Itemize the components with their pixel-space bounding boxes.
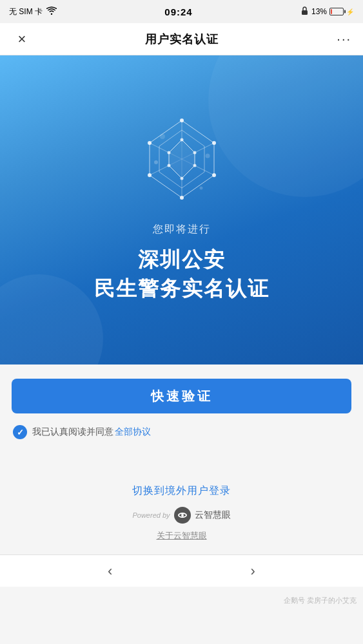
eye-icon bbox=[178, 513, 187, 518]
svg-rect-0 bbox=[302, 10, 308, 15]
battery-fill bbox=[331, 9, 332, 14]
status-time: 09:24 bbox=[164, 6, 192, 17]
bottom-section: 切换到境外用户登录 Powered by 云智慧眼 关于云智慧眼 bbox=[0, 452, 363, 554]
check-icon: ✓ bbox=[17, 428, 24, 437]
forward-button[interactable]: › bbox=[238, 558, 268, 585]
powered-row: Powered by 云智慧眼 bbox=[132, 507, 230, 524]
switch-user-link[interactable]: 切换到境外用户登录 bbox=[132, 484, 231, 498]
svg-point-15 bbox=[148, 141, 152, 145]
battery-icon bbox=[329, 8, 344, 15]
agreement-text: 我已认真阅读并同意 全部协议 bbox=[32, 426, 151, 438]
about-link[interactable]: 关于云智慧眼 bbox=[157, 530, 207, 542]
status-right: 13% ⚡ bbox=[300, 6, 354, 17]
svg-point-25 bbox=[154, 160, 158, 164]
content-area: 快速验证 ✓ 我已认真阅读并同意 全部协议 bbox=[0, 365, 363, 452]
brand-name-text: 云智慧眼 bbox=[195, 509, 231, 521]
brand-logo bbox=[174, 507, 191, 524]
status-left: 无 SIM 卡 bbox=[9, 6, 57, 17]
charging-icon: ⚡ bbox=[346, 8, 354, 15]
svg-point-28 bbox=[199, 186, 202, 189]
hero-subtitle: 您即将进行 bbox=[153, 223, 211, 236]
svg-point-12 bbox=[212, 173, 216, 177]
powered-by-text: Powered by bbox=[132, 511, 170, 519]
agreement-row: ✓ 我已认真阅读并同意 全部协议 bbox=[12, 425, 351, 439]
wifi-icon bbox=[46, 6, 57, 17]
diamond-icon bbox=[143, 117, 221, 204]
nav-bar: × 用户实名认证 ··· bbox=[0, 23, 363, 55]
bottom-nav: ‹ › bbox=[0, 554, 363, 587]
close-button[interactable]: × bbox=[12, 29, 32, 50]
verify-button[interactable]: 快速验证 bbox=[12, 379, 351, 413]
hero-title: 深圳公安 民生警务实名认证 bbox=[94, 245, 270, 303]
svg-point-13 bbox=[180, 196, 184, 200]
svg-point-10 bbox=[180, 118, 184, 122]
svg-point-26 bbox=[160, 134, 165, 139]
more-button[interactable]: ··· bbox=[331, 32, 351, 46]
back-button[interactable]: ‹ bbox=[95, 558, 125, 585]
battery-percent-text: 13% bbox=[311, 7, 327, 16]
agreement-link[interactable]: 全部协议 bbox=[115, 426, 151, 438]
lock-icon bbox=[300, 6, 309, 17]
svg-point-27 bbox=[205, 153, 210, 158]
page-title: 用户实名认证 bbox=[145, 32, 219, 47]
hero-banner: 您即将进行 深圳公安 民生警务实名认证 bbox=[0, 55, 363, 365]
svg-point-11 bbox=[212, 141, 216, 145]
status-bar: 无 SIM 卡 09:24 13% ⚡ bbox=[0, 0, 363, 23]
agreement-checkbox[interactable]: ✓ bbox=[13, 425, 27, 439]
svg-point-14 bbox=[148, 173, 152, 177]
watermark: 企鹅号 卖房子的小艾克 bbox=[284, 596, 357, 605]
carrier-text: 无 SIM 卡 bbox=[9, 6, 43, 17]
